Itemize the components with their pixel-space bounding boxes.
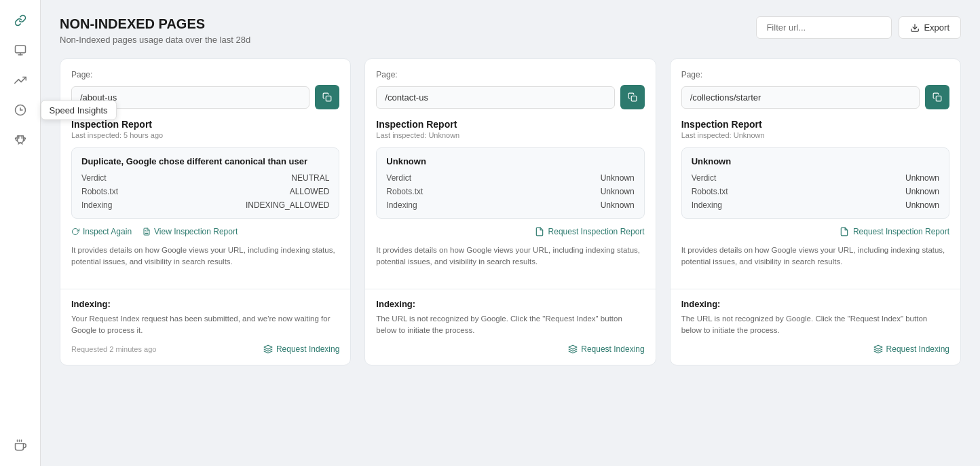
indexing-value-2: Unknown	[905, 200, 939, 210]
status-row-robots-0: Robots.txt ALLOWED	[81, 187, 329, 196]
copy-icon-0	[322, 92, 332, 102]
indexing-title-2: Indexing:	[681, 299, 949, 309]
sidebar-icon-link[interactable]	[8, 8, 33, 33]
status-heading-0: Duplicate, Google chose different canoni…	[81, 156, 329, 166]
status-row-verdict-1: Verdict Unknown	[386, 173, 634, 183]
export-icon	[910, 23, 920, 33]
page-input-row-1	[376, 85, 644, 109]
sidebar-icon-speed[interactable]	[8, 98, 33, 122]
description-0: It provides details on how Google views …	[71, 245, 339, 268]
page-input-row-2	[681, 85, 949, 109]
status-box-0: Duplicate, Google chose different canoni…	[71, 147, 339, 219]
verdict-value-1: Unknown	[601, 173, 635, 183]
copy-icon-2	[932, 92, 942, 102]
status-row-indexing-2: Indexing Unknown	[692, 200, 939, 210]
description-2: It provides details on how Google views …	[681, 245, 949, 268]
status-row-indexing-1: Indexing Unknown	[386, 200, 634, 210]
svg-rect-18	[936, 96, 941, 101]
page-header: NON-INDEXED PAGES Non-Indexed pages usag…	[60, 16, 961, 45]
inspection-report-title-0: Inspection Report	[71, 119, 339, 130]
inspect-again-link-0[interactable]: Inspect Again	[71, 227, 132, 236]
request-indexing-button-0[interactable]: Request Indexing	[263, 344, 339, 354]
inspect-again-label-0: Inspect Again	[83, 227, 132, 236]
layers-icon-0	[263, 344, 273, 354]
svg-marker-19	[874, 345, 882, 349]
svg-marker-15	[264, 345, 272, 349]
refresh-icon-0	[71, 228, 79, 236]
export-button[interactable]: Export	[899, 16, 961, 39]
status-row-robots-2: Robots.txt Unknown	[692, 187, 939, 196]
indexing-value-0: INDEXING_ALLOWED	[246, 200, 329, 210]
status-heading-2: Unknown	[692, 156, 939, 166]
verdict-label-2: Verdict	[692, 173, 717, 183]
request-indexing-label-0: Request Indexing	[276, 344, 339, 354]
page-label-1: Page:	[376, 70, 644, 79]
verdict-value-0: NEUTRAL	[291, 173, 329, 183]
robots-value-1: Unknown	[601, 187, 635, 196]
filter-url-input[interactable]	[756, 16, 892, 39]
page-url-input-1[interactable]	[376, 86, 614, 109]
svg-rect-12	[326, 96, 332, 101]
action-links-0: Inspect Again View Inspection Report	[71, 227, 339, 236]
copy-url-button-0[interactable]	[315, 85, 339, 109]
view-report-link-0[interactable]: View Inspection Report	[143, 227, 238, 236]
last-inspected-0: Last inspected: 5 hours ago	[71, 131, 339, 139]
indexing-label-1: Indexing	[386, 200, 417, 210]
indexing-section-0: Indexing: Your Request Index request has…	[60, 289, 350, 365]
indexing-footer-0: Requested 2 minutes ago Request Indexing	[71, 344, 339, 354]
status-row-indexing-0: Indexing INDEXING_ALLOWED	[81, 200, 329, 210]
svg-rect-0	[15, 46, 25, 53]
robots-value-2: Unknown	[905, 187, 939, 196]
robots-value-0: ALLOWED	[290, 187, 330, 196]
request-indexing-label-1: Request Indexing	[581, 344, 644, 354]
page-label-0: Page:	[71, 70, 339, 79]
speed-insights-tooltip: Speed Insights	[41, 101, 117, 120]
inspection-report-title-1: Inspection Report	[376, 119, 644, 130]
status-row-verdict-0: Verdict NEUTRAL	[81, 173, 329, 183]
request-report-label-2: Request Inspection Report	[853, 227, 949, 236]
request-report-link-2[interactable]: Request Inspection Report	[840, 227, 949, 236]
request-indexing-button-1[interactable]: Request Indexing	[568, 344, 644, 354]
header-actions: Export	[756, 16, 961, 39]
copy-url-button-1[interactable]	[620, 85, 645, 109]
request-indexing-button-2[interactable]: Request Indexing	[873, 344, 949, 354]
sidebar-icon-trending[interactable]	[8, 68, 33, 92]
header-text: NON-INDEXED PAGES Non-Indexed pages usag…	[60, 16, 250, 45]
copy-url-button-2[interactable]	[925, 85, 949, 109]
status-box-2: Unknown Verdict Unknown Robots.txt Unkno…	[681, 147, 949, 219]
main-content: NON-INDEXED PAGES Non-Indexed pages usag…	[41, 0, 980, 466]
card-collections-inner: Page: Inspection Report Last inspected: …	[671, 59, 960, 289]
indexing-section-2: Indexing: The URL is not recognized by G…	[671, 289, 960, 365]
page-title: NON-INDEXED PAGES	[60, 16, 250, 32]
inspection-report-title-2: Inspection Report	[681, 119, 949, 130]
last-inspected-1: Last inspected: Unknown	[376, 131, 644, 139]
file-icon-1	[535, 227, 544, 236]
robots-label-2: Robots.txt	[692, 187, 728, 196]
request-indexing-label-2: Request Indexing	[886, 344, 949, 354]
request-report-link-1[interactable]: Request Inspection Report	[535, 227, 645, 236]
page-url-input-2[interactable]	[681, 86, 920, 109]
request-report-label-1: Request Inspection Report	[548, 227, 645, 236]
sidebar-icon-monitor[interactable]	[8, 38, 33, 62]
status-row-verdict-2: Verdict Unknown	[692, 173, 939, 183]
verdict-label-1: Verdict	[386, 173, 411, 183]
indexing-value-1: Unknown	[601, 200, 635, 210]
indexing-section-1: Indexing: The URL is not recognized by G…	[365, 289, 655, 365]
card-about-us-inner: Page: Inspection Report Last inspected: …	[60, 59, 350, 289]
page-label-2: Page:	[681, 70, 949, 79]
sidebar-icon-speed-wrapper: Speed Insights	[8, 98, 33, 122]
status-row-robots-1: Robots.txt Unknown	[386, 187, 634, 196]
indexing-text-1: The URL is not recognized by Google. Cli…	[376, 313, 644, 337]
sidebar-icon-trophy[interactable]	[8, 128, 33, 152]
indexing-title-1: Indexing:	[376, 299, 644, 309]
status-box-1: Unknown Verdict Unknown Robots.txt Unkno…	[376, 147, 644, 219]
description-1: It provides details on how Google views …	[376, 245, 644, 268]
layers-icon-2	[873, 344, 883, 354]
robots-label-0: Robots.txt	[81, 187, 118, 196]
sidebar-icon-coffee[interactable]	[8, 433, 33, 458]
layers-icon-1	[568, 344, 578, 354]
sidebar: Speed Insights	[0, 0, 41, 466]
svg-marker-17	[569, 345, 577, 349]
file-icon-2	[840, 227, 849, 236]
request-report-row-1: Request Inspection Report	[376, 227, 644, 236]
